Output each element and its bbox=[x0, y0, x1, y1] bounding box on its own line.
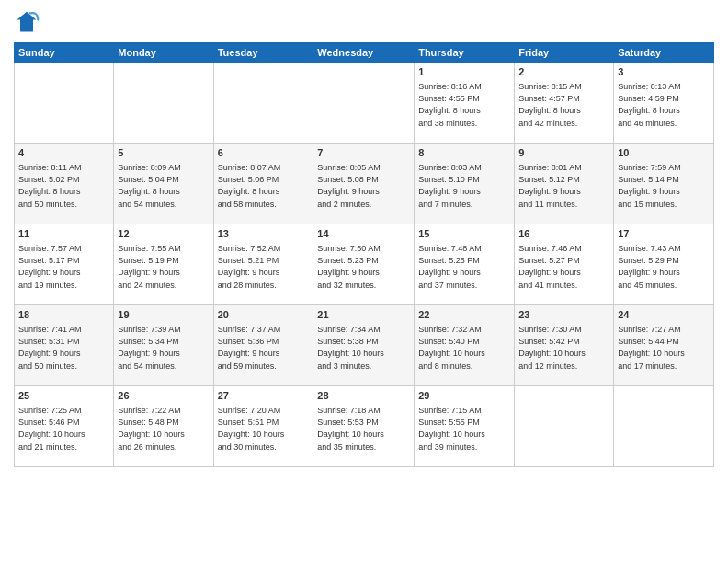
day-info: Sunrise: 7:22 AM Sunset: 5:48 PM Dayligh… bbox=[118, 405, 209, 453]
day-info: Sunrise: 7:43 AM Sunset: 5:29 PM Dayligh… bbox=[618, 243, 710, 291]
page: SundayMondayTuesdayWednesdayThursdayFrid… bbox=[0, 0, 728, 563]
day-number: 8 bbox=[418, 146, 510, 160]
calendar-cell: 26Sunrise: 7:22 AM Sunset: 5:48 PM Dayli… bbox=[114, 386, 213, 467]
day-number: 26 bbox=[118, 389, 209, 403]
day-number: 13 bbox=[218, 227, 310, 241]
day-info: Sunrise: 7:48 AM Sunset: 5:25 PM Dayligh… bbox=[418, 243, 510, 291]
day-info: Sunrise: 8:03 AM Sunset: 5:10 PM Dayligh… bbox=[418, 162, 510, 210]
day-number: 1 bbox=[418, 65, 510, 79]
calendar-week-row: 25Sunrise: 7:25 AM Sunset: 5:46 PM Dayli… bbox=[15, 386, 714, 467]
calendar-cell: 27Sunrise: 7:20 AM Sunset: 5:51 PM Dayli… bbox=[213, 386, 313, 467]
day-number: 19 bbox=[118, 308, 209, 322]
calendar-cell bbox=[614, 386, 714, 467]
calendar-cell: 4Sunrise: 8:11 AM Sunset: 5:02 PM Daylig… bbox=[15, 144, 114, 224]
calendar-col-tuesday: Tuesday bbox=[213, 43, 313, 63]
calendar-cell: 3Sunrise: 8:13 AM Sunset: 4:59 PM Daylig… bbox=[614, 63, 714, 144]
day-number: 24 bbox=[618, 308, 710, 322]
day-info: Sunrise: 8:09 AM Sunset: 5:04 PM Dayligh… bbox=[118, 162, 209, 210]
calendar-week-row: 11Sunrise: 7:57 AM Sunset: 5:17 PM Dayli… bbox=[15, 224, 714, 305]
calendar-cell: 12Sunrise: 7:55 AM Sunset: 5:19 PM Dayli… bbox=[114, 224, 213, 305]
calendar-cell: 20Sunrise: 7:37 AM Sunset: 5:36 PM Dayli… bbox=[213, 305, 313, 386]
calendar-cell bbox=[114, 63, 213, 144]
day-number: 28 bbox=[317, 389, 410, 403]
logo-icon bbox=[14, 9, 40, 35]
day-info: Sunrise: 7:32 AM Sunset: 5:40 PM Dayligh… bbox=[418, 324, 510, 372]
day-info: Sunrise: 7:55 AM Sunset: 5:19 PM Dayligh… bbox=[118, 243, 209, 291]
day-number: 11 bbox=[18, 227, 109, 241]
calendar-table: SundayMondayTuesdayWednesdayThursdayFrid… bbox=[14, 42, 714, 467]
day-info: Sunrise: 8:13 AM Sunset: 4:59 PM Dayligh… bbox=[618, 81, 710, 129]
day-number: 23 bbox=[518, 308, 609, 322]
calendar-cell: 28Sunrise: 7:18 AM Sunset: 5:53 PM Dayli… bbox=[313, 386, 415, 467]
calendar-cell: 7Sunrise: 8:05 AM Sunset: 5:08 PM Daylig… bbox=[313, 144, 415, 224]
day-number: 29 bbox=[418, 389, 510, 403]
day-number: 6 bbox=[218, 146, 310, 160]
day-info: Sunrise: 7:46 AM Sunset: 5:27 PM Dayligh… bbox=[518, 243, 609, 291]
calendar-cell: 21Sunrise: 7:34 AM Sunset: 5:38 PM Dayli… bbox=[313, 305, 415, 386]
day-info: Sunrise: 7:52 AM Sunset: 5:21 PM Dayligh… bbox=[218, 243, 310, 291]
day-info: Sunrise: 8:05 AM Sunset: 5:08 PM Dayligh… bbox=[317, 162, 410, 210]
day-number: 20 bbox=[218, 308, 310, 322]
calendar-cell bbox=[313, 63, 415, 144]
day-info: Sunrise: 7:30 AM Sunset: 5:42 PM Dayligh… bbox=[518, 324, 609, 372]
day-number: 10 bbox=[618, 146, 710, 160]
calendar-cell: 19Sunrise: 7:39 AM Sunset: 5:34 PM Dayli… bbox=[114, 305, 213, 386]
day-info: Sunrise: 7:37 AM Sunset: 5:36 PM Dayligh… bbox=[218, 324, 310, 372]
calendar-header-row: SundayMondayTuesdayWednesdayThursdayFrid… bbox=[15, 43, 714, 63]
calendar-cell: 25Sunrise: 7:25 AM Sunset: 5:46 PM Dayli… bbox=[15, 386, 114, 467]
day-number: 21 bbox=[317, 308, 410, 322]
calendar-col-saturday: Saturday bbox=[614, 43, 714, 63]
day-number: 5 bbox=[118, 146, 209, 160]
day-info: Sunrise: 8:07 AM Sunset: 5:06 PM Dayligh… bbox=[218, 162, 310, 210]
day-number: 7 bbox=[317, 146, 410, 160]
calendar-cell: 10Sunrise: 7:59 AM Sunset: 5:14 PM Dayli… bbox=[614, 144, 714, 224]
calendar-cell: 16Sunrise: 7:46 AM Sunset: 5:27 PM Dayli… bbox=[515, 224, 614, 305]
day-info: Sunrise: 7:41 AM Sunset: 5:31 PM Dayligh… bbox=[18, 324, 109, 372]
day-number: 18 bbox=[18, 308, 109, 322]
day-number: 3 bbox=[618, 65, 710, 79]
day-number: 17 bbox=[618, 227, 710, 241]
calendar-col-wednesday: Wednesday bbox=[313, 43, 415, 63]
calendar-cell: 15Sunrise: 7:48 AM Sunset: 5:25 PM Dayli… bbox=[415, 224, 515, 305]
calendar-cell: 23Sunrise: 7:30 AM Sunset: 5:42 PM Dayli… bbox=[515, 305, 614, 386]
day-info: Sunrise: 7:57 AM Sunset: 5:17 PM Dayligh… bbox=[18, 243, 109, 291]
day-number: 2 bbox=[518, 65, 609, 79]
day-info: Sunrise: 7:39 AM Sunset: 5:34 PM Dayligh… bbox=[118, 324, 209, 372]
calendar-cell: 17Sunrise: 7:43 AM Sunset: 5:29 PM Dayli… bbox=[614, 224, 714, 305]
day-info: Sunrise: 8:16 AM Sunset: 4:55 PM Dayligh… bbox=[418, 81, 510, 129]
calendar-cell: 1Sunrise: 8:16 AM Sunset: 4:55 PM Daylig… bbox=[415, 63, 515, 144]
day-info: Sunrise: 7:59 AM Sunset: 5:14 PM Dayligh… bbox=[618, 162, 710, 210]
calendar-cell: 14Sunrise: 7:50 AM Sunset: 5:23 PM Dayli… bbox=[313, 224, 415, 305]
calendar-cell: 8Sunrise: 8:03 AM Sunset: 5:10 PM Daylig… bbox=[415, 144, 515, 224]
calendar-cell: 6Sunrise: 8:07 AM Sunset: 5:06 PM Daylig… bbox=[213, 144, 313, 224]
calendar-week-row: 4Sunrise: 8:11 AM Sunset: 5:02 PM Daylig… bbox=[15, 144, 714, 224]
day-number: 15 bbox=[418, 227, 510, 241]
header bbox=[14, 9, 714, 35]
calendar-col-monday: Monday bbox=[114, 43, 213, 63]
calendar-cell: 29Sunrise: 7:15 AM Sunset: 5:55 PM Dayli… bbox=[415, 386, 515, 467]
calendar-cell: 18Sunrise: 7:41 AM Sunset: 5:31 PM Dayli… bbox=[15, 305, 114, 386]
calendar-cell: 11Sunrise: 7:57 AM Sunset: 5:17 PM Dayli… bbox=[15, 224, 114, 305]
day-info: Sunrise: 7:20 AM Sunset: 5:51 PM Dayligh… bbox=[218, 405, 310, 453]
day-info: Sunrise: 7:18 AM Sunset: 5:53 PM Dayligh… bbox=[317, 405, 410, 453]
calendar-col-sunday: Sunday bbox=[15, 43, 114, 63]
day-number: 27 bbox=[218, 389, 310, 403]
calendar-cell bbox=[213, 63, 313, 144]
day-info: Sunrise: 8:11 AM Sunset: 5:02 PM Dayligh… bbox=[18, 162, 109, 210]
day-info: Sunrise: 7:50 AM Sunset: 5:23 PM Dayligh… bbox=[317, 243, 410, 291]
day-info: Sunrise: 8:15 AM Sunset: 4:57 PM Dayligh… bbox=[518, 81, 609, 129]
day-number: 16 bbox=[518, 227, 609, 241]
calendar-cell: 5Sunrise: 8:09 AM Sunset: 5:04 PM Daylig… bbox=[114, 144, 213, 224]
calendar-cell: 22Sunrise: 7:32 AM Sunset: 5:40 PM Dayli… bbox=[415, 305, 515, 386]
day-info: Sunrise: 7:15 AM Sunset: 5:55 PM Dayligh… bbox=[418, 405, 510, 453]
calendar-week-row: 1Sunrise: 8:16 AM Sunset: 4:55 PM Daylig… bbox=[15, 63, 714, 144]
day-number: 9 bbox=[518, 146, 609, 160]
day-info: Sunrise: 8:01 AM Sunset: 5:12 PM Dayligh… bbox=[518, 162, 609, 210]
day-info: Sunrise: 7:25 AM Sunset: 5:46 PM Dayligh… bbox=[18, 405, 109, 453]
calendar-cell bbox=[515, 386, 614, 467]
day-number: 22 bbox=[418, 308, 510, 322]
calendar-cell: 13Sunrise: 7:52 AM Sunset: 5:21 PM Dayli… bbox=[213, 224, 313, 305]
day-number: 14 bbox=[317, 227, 410, 241]
calendar-cell: 2Sunrise: 8:15 AM Sunset: 4:57 PM Daylig… bbox=[515, 63, 614, 144]
calendar-cell: 9Sunrise: 8:01 AM Sunset: 5:12 PM Daylig… bbox=[515, 144, 614, 224]
